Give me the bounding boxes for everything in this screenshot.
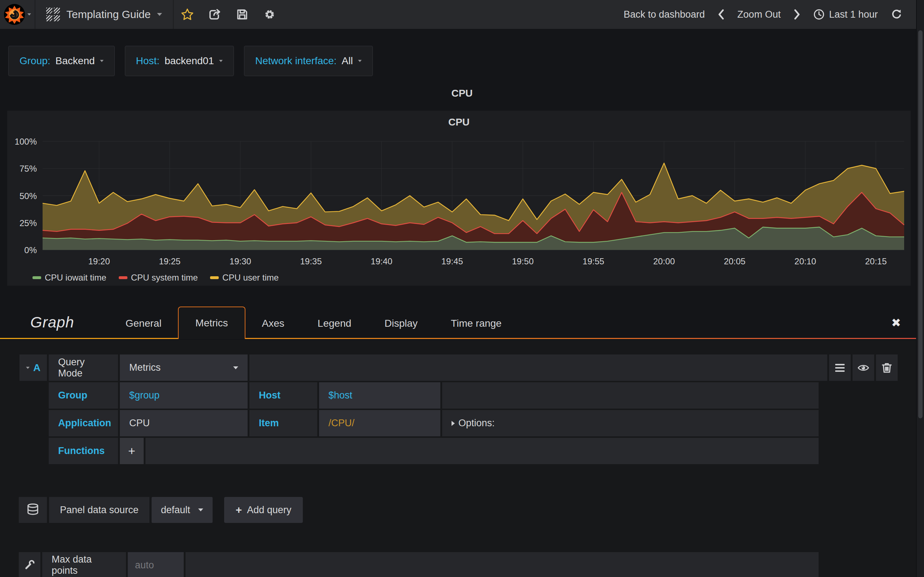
application-field-input[interactable]: CPU [120, 410, 247, 436]
chevron-down-icon [358, 60, 362, 62]
save-button[interactable] [228, 8, 256, 21]
datasource-value: default [161, 504, 190, 516]
scrollbar-thumb[interactable] [918, 30, 922, 418]
settings-icon-cell [19, 552, 40, 577]
time-shift-left-button[interactable] [718, 9, 724, 20]
zoom-out-button[interactable]: Zoom Out [737, 9, 781, 20]
variable-network-interface[interactable]: Network interface: All [244, 46, 373, 76]
variable-group-value: Backend [56, 55, 95, 67]
query-mode-select[interactable]: Metrics [120, 355, 247, 381]
close-editor-button[interactable]: ✖ [891, 316, 901, 330]
legend-label: CPU user time [222, 272, 279, 283]
legend-item[interactable]: CPU user time [210, 272, 279, 283]
svg-text:20:15: 20:15 [865, 256, 887, 266]
legend-label: CPU system time [131, 272, 198, 283]
gear-icon [263, 8, 276, 21]
dashboard-picker[interactable]: Templating Guide [36, 0, 174, 29]
svg-text:75%: 75% [19, 164, 37, 174]
chevron-down-icon [27, 13, 31, 16]
svg-text:19:30: 19:30 [229, 256, 251, 266]
dashboard-row-title[interactable]: CPU [0, 88, 924, 99]
tab-metrics[interactable]: Metrics [178, 306, 245, 339]
editor-tabs: General Metrics Axes Legend Display Time… [109, 303, 518, 339]
item-field-label: Item [249, 410, 317, 436]
settings-button[interactable] [256, 8, 283, 21]
trash-icon [881, 362, 893, 374]
star-button[interactable] [174, 8, 201, 21]
max-data-points-input[interactable] [128, 552, 184, 577]
functions-label: Functions [49, 438, 118, 464]
panel-type-title: Graph [30, 314, 74, 331]
template-variables-row: Group: Backend Host: backend01 Network i… [8, 46, 373, 76]
datasource-label: Panel data source [49, 497, 149, 523]
max-data-points-row: Max data points [19, 552, 819, 577]
svg-text:19:40: 19:40 [371, 256, 393, 266]
panel-editor-body: A Query Mode Metrics [0, 340, 924, 577]
time-range-label: Last 1 hour [829, 9, 878, 20]
variable-group[interactable]: Group: Backend [8, 46, 115, 76]
datasource-select[interactable]: default [152, 497, 213, 523]
max-data-points-label: Max data points [42, 552, 126, 577]
legend-item[interactable]: CPU iowait time [32, 272, 107, 283]
datasource-icon-cell [19, 497, 47, 523]
time-picker-button[interactable]: Last 1 hour [813, 9, 878, 20]
dashboard-grid-icon [46, 8, 60, 21]
chevron-down-icon [219, 60, 223, 62]
share-button[interactable] [201, 8, 228, 21]
legend-item[interactable]: CPU system time [119, 272, 198, 283]
chevron-down-icon [198, 508, 203, 511]
svg-text:19:20: 19:20 [88, 256, 110, 266]
add-query-button[interactable]: + Add query [224, 497, 303, 523]
query-row-a: A Query Mode Metrics [19, 355, 898, 381]
query-delete-button[interactable] [876, 355, 898, 381]
tab-axes[interactable]: Axes [246, 308, 301, 339]
chevron-down-icon [233, 366, 238, 369]
tab-legend[interactable]: Legend [301, 308, 368, 339]
svg-text:20:10: 20:10 [795, 256, 816, 266]
panel-editor-header: Graph General Metrics Axes Legend Displa… [0, 303, 924, 339]
variable-host-value: backend01 [165, 55, 214, 67]
share-icon [208, 8, 221, 21]
time-shift-right-button[interactable] [794, 9, 800, 20]
variable-network-interface-label: Network interface: [255, 55, 337, 67]
back-to-dashboard-button[interactable]: Back to dashboard [624, 9, 705, 20]
grafana-logo [3, 3, 25, 25]
wrench-icon [24, 560, 35, 571]
group-field-input[interactable]: $group [120, 382, 247, 409]
host-field-input[interactable]: $host [319, 382, 440, 409]
tab-general[interactable]: General [109, 308, 178, 339]
add-function-button[interactable]: + [120, 438, 144, 464]
star-icon [181, 8, 194, 21]
query-collapse-toggle[interactable]: A [19, 355, 47, 381]
item-field-input[interactable]: /CPU/ [319, 410, 440, 436]
eye-icon [857, 362, 869, 374]
tab-display[interactable]: Display [368, 308, 434, 339]
query-mode-label: Query Mode [49, 355, 118, 381]
graph-legend: CPU iowait timeCPU system timeCPU user t… [32, 272, 279, 283]
panel-title[interactable]: CPU [7, 116, 911, 128]
svg-text:20:00: 20:00 [653, 256, 675, 266]
refresh-button[interactable] [891, 9, 902, 20]
page-scrollbar[interactable] [916, 0, 924, 577]
cpu-stacked-area-chart[interactable]: 0%25%50%75%100%19:2019:2519:3019:3519:40… [7, 111, 911, 285]
variable-host[interactable]: Host: backend01 [125, 46, 234, 76]
grafana-menu-button[interactable] [0, 0, 36, 29]
max-data-points-spacer [186, 552, 819, 577]
datasource-row: Panel data source default + Add query [19, 497, 303, 523]
query-row-spacer [249, 355, 827, 381]
cpu-graph-panel: CPU 0%25%50%75%100%19:2019:2519:3019:351… [7, 111, 911, 285]
svg-text:25%: 25% [19, 218, 37, 228]
tab-time-range[interactable]: Time range [434, 308, 518, 339]
query-menu-button[interactable] [829, 355, 851, 381]
options-toggle[interactable]: Options: [442, 410, 819, 436]
query-toggle-visibility-button[interactable] [853, 355, 874, 381]
query-row-functions: Functions + [19, 438, 819, 464]
query-editor: A Query Mode Metrics [19, 355, 898, 466]
chevron-left-icon [718, 9, 724, 20]
variable-group-label: Group: [19, 55, 50, 67]
caret-right-icon [452, 421, 455, 426]
svg-text:20:05: 20:05 [724, 256, 745, 266]
dashboard-title: Templating Guide [66, 8, 150, 21]
legend-swatch [119, 276, 128, 279]
variable-host-label: Host: [136, 55, 160, 67]
